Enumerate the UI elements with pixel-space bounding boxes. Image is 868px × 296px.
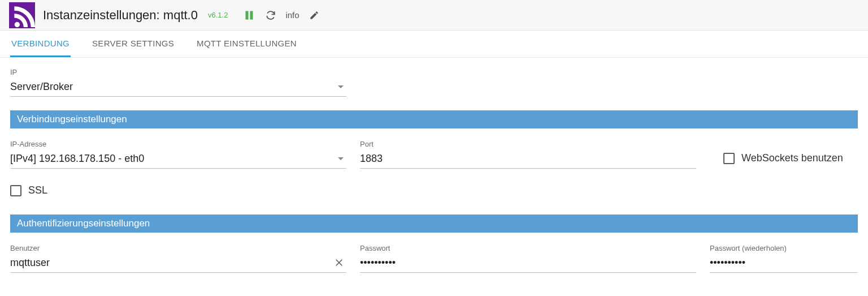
close-icon xyxy=(334,258,344,268)
tab-bar: VERBINDUNG SERVER SETTINGS MQTT EINSTELL… xyxy=(0,31,868,58)
adapter-logo xyxy=(9,2,35,28)
rss-icon xyxy=(10,2,35,27)
version-label: v6.1.2 xyxy=(208,11,228,19)
ssl-checkbox[interactable] xyxy=(10,185,21,196)
password-repeat-field: Passwort (wiederholen) xyxy=(710,244,858,273)
refresh-icon xyxy=(265,10,276,21)
pencil-icon xyxy=(309,10,319,20)
ip-address-select-wrap[interactable]: [IPv4] 192.168.178.150 - eth0 xyxy=(10,151,346,169)
ip-field: IP Server/Broker xyxy=(10,68,346,97)
pause-button[interactable] xyxy=(242,8,256,22)
content-area: IP Server/Broker Verbindungseinstellunge… xyxy=(0,58,868,283)
page-title: Instanzeinstellungen: mqtt.0 xyxy=(43,8,198,23)
password-repeat-input[interactable] xyxy=(710,255,858,273)
password-input[interactable] xyxy=(360,255,696,273)
ip-address-label: IP-Adresse xyxy=(10,140,346,148)
port-label: Port xyxy=(360,140,696,148)
ssl-label: SSL xyxy=(28,185,47,196)
tab-mqtt-einstellungen[interactable]: MQTT EINSTELLUNGEN xyxy=(196,31,298,57)
edit-button[interactable] xyxy=(307,8,321,22)
clear-user-button[interactable] xyxy=(334,258,344,270)
refresh-button[interactable] xyxy=(264,8,277,22)
info-link[interactable]: info xyxy=(285,10,299,20)
user-field: Benutzer xyxy=(10,244,346,273)
ip-label: IP xyxy=(10,68,346,76)
connection-row: IP-Adresse [IPv4] 192.168.178.150 - eth0… xyxy=(10,140,858,169)
ssl-field: SSL xyxy=(10,185,47,201)
tab-verbindung[interactable]: VERBINDUNG xyxy=(10,31,71,57)
port-input[interactable] xyxy=(360,151,696,169)
ip-select[interactable]: Server/Broker xyxy=(10,79,346,97)
websockets-field: WebSockets benutzen xyxy=(723,152,843,169)
websockets-checkbox[interactable] xyxy=(723,153,735,164)
svg-rect-1 xyxy=(250,11,253,19)
ip-select-wrap[interactable]: Server/Broker xyxy=(10,79,346,97)
password-repeat-label: Passwort (wiederholen) xyxy=(710,244,858,252)
tab-server-settings[interactable]: SERVER SETTINGS xyxy=(91,31,175,57)
ssl-row: SSL xyxy=(10,185,858,201)
ip-address-field: IP-Adresse [IPv4] 192.168.178.150 - eth0 xyxy=(10,140,346,169)
section-heading-connection: Verbindungseinstellungen xyxy=(10,110,858,128)
auth-row: Benutzer Passwort Passwort (wiederholen) xyxy=(10,244,858,273)
pause-icon xyxy=(245,11,254,20)
password-field: Passwort xyxy=(360,244,696,273)
svg-rect-0 xyxy=(246,11,248,19)
port-field: Port xyxy=(360,140,696,169)
user-input[interactable] xyxy=(10,255,346,273)
section-heading-auth: Authentifizierungseinstellungen xyxy=(10,215,858,233)
user-label: Benutzer xyxy=(10,244,346,252)
ip-address-select[interactable]: [IPv4] 192.168.178.150 - eth0 xyxy=(10,151,346,169)
websockets-label: WebSockets benutzen xyxy=(741,152,843,164)
top-bar: Instanzeinstellungen: mqtt.0 v6.1.2 info xyxy=(0,0,868,31)
password-label: Passwort xyxy=(360,244,696,252)
